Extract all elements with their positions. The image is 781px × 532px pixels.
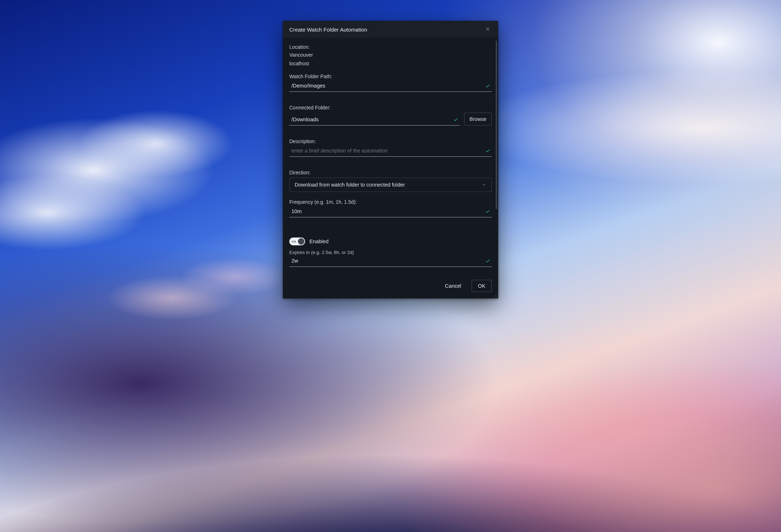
description-label: Description: <box>289 138 492 144</box>
enabled-label: Enabled <box>309 239 328 244</box>
watch-folder-path-input[interactable] <box>291 83 483 89</box>
ok-button[interactable]: OK <box>472 280 492 292</box>
frequency-input[interactable] <box>291 208 483 214</box>
svg-point-5 <box>496 297 497 297</box>
dialog-body: Location: Vancouver localhost Watch Fold… <box>283 38 498 273</box>
location-value-2: localhost <box>289 61 492 66</box>
enabled-toggle[interactable]: ON <box>289 237 305 245</box>
location-label: Location: <box>289 44 492 50</box>
watch-folder-path-label: Watch Folder Path: <box>289 74 492 79</box>
connected-folder-input[interactable] <box>291 117 451 122</box>
dialog-header: Create Watch Folder Automation <box>283 21 498 38</box>
connected-folder-row: Browse <box>289 113 492 132</box>
svg-point-2 <box>496 295 497 296</box>
toggle-knob <box>298 238 304 245</box>
direction-select-value: Download from watch folder to connected … <box>295 182 405 188</box>
scrollbar-thumb[interactable] <box>496 41 497 209</box>
watch-folder-path-field[interactable] <box>289 81 492 92</box>
check-icon <box>485 209 490 214</box>
expires-field[interactable] <box>289 256 492 267</box>
resize-grip-icon[interactable] <box>492 293 497 298</box>
svg-point-4 <box>495 297 496 297</box>
check-icon <box>485 149 490 154</box>
toggle-on-text: ON <box>291 240 296 243</box>
dialog-footer: Cancel OK <box>283 273 498 298</box>
direction-label: Direction: <box>289 170 492 175</box>
create-watch-folder-dialog: Create Watch Folder Automation Location:… <box>283 21 498 298</box>
frequency-field[interactable] <box>289 207 492 217</box>
check-icon <box>453 117 458 122</box>
frequency-label: Frequency (e.g. 1m, 1h, 1.5d): <box>289 199 492 205</box>
svg-point-0 <box>496 294 497 295</box>
expires-label: Expires in (e.g. 2.5w, 6h, or 2d) <box>289 250 492 255</box>
close-button[interactable] <box>484 25 492 33</box>
svg-point-3 <box>494 297 494 297</box>
check-icon <box>485 84 490 89</box>
close-icon <box>485 27 490 33</box>
dialog-title: Create Watch Folder Automation <box>289 27 367 33</box>
enabled-row: ON Enabled <box>289 237 492 245</box>
description-input[interactable] <box>291 148 483 154</box>
browse-button[interactable]: Browse <box>464 113 492 126</box>
description-field[interactable] <box>289 146 492 157</box>
cancel-button[interactable]: Cancel <box>439 280 467 292</box>
connected-folder-label: Connected Folder: <box>289 105 492 110</box>
check-icon <box>485 259 490 264</box>
expires-input[interactable] <box>291 258 483 264</box>
direction-select[interactable]: Download from watch folder to connected … <box>289 178 492 192</box>
svg-point-1 <box>495 295 496 296</box>
location-value-1: Vancouver <box>289 52 492 58</box>
connected-folder-field[interactable] <box>289 115 460 126</box>
chevron-down-icon <box>481 182 486 187</box>
